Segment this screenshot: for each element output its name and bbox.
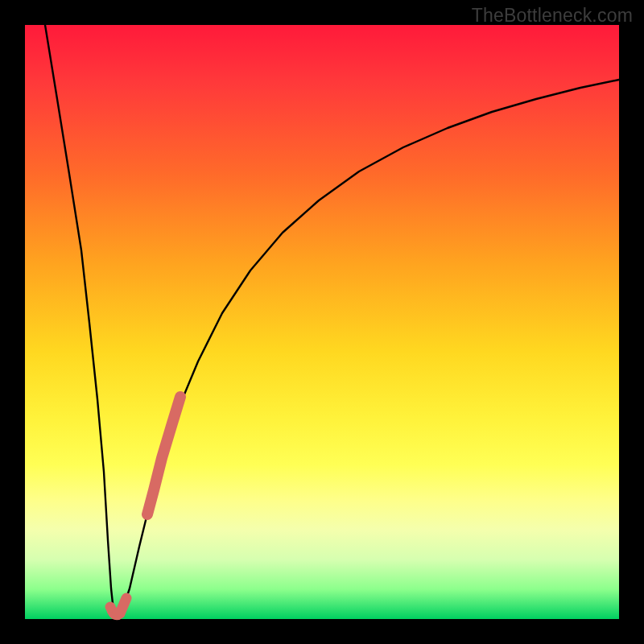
watermark-text: TheBottleneck.com (472, 5, 633, 27)
bottleneck-curve (25, 25, 619, 619)
highlight-min-dot (105, 602, 116, 613)
curve-path (45, 25, 619, 617)
chart-frame: TheBottleneck.com (0, 0, 644, 644)
highlight-ascending (147, 397, 180, 514)
